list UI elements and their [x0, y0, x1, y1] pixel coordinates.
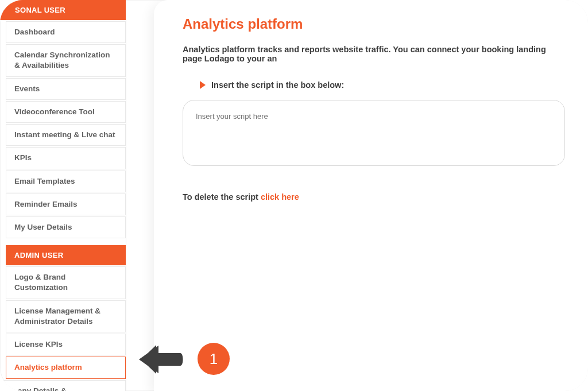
- sidebar-item-my-user-details[interactable]: My User Details: [6, 216, 126, 238]
- sidebar-item-reminder-emails[interactable]: Reminder Emails: [6, 193, 126, 215]
- sidebar-item-license-management[interactable]: License Management & Administrator Detai…: [6, 300, 126, 332]
- sidebar-item-events[interactable]: Events: [6, 78, 126, 100]
- triangle-right-icon: [200, 81, 206, 89]
- delete-prefix: To delete the script: [183, 192, 261, 202]
- sidebar-item-logo-brand[interactable]: Logo & Brand Customization: [6, 266, 126, 299]
- page-description: Analytics platform tracks and reports we…: [183, 45, 559, 63]
- page-title: Analytics platform: [183, 16, 559, 32]
- sidebar-item-analytics-platform[interactable]: Analytics platform: [6, 357, 126, 378]
- sidebar-section-admin: ADMIN USER: [6, 245, 126, 265]
- sidebar-item-license-kpis[interactable]: License KPIs: [6, 334, 126, 355]
- app-frame: SONAL USER Dashboard Calendar Synchroniz…: [0, 0, 588, 391]
- sidebar-item-email-templates[interactable]: Email Templates: [6, 171, 126, 192]
- sidebar-item-videoconference[interactable]: Videoconference Tool: [6, 101, 126, 123]
- instruction-text: Insert the script in the box below:: [211, 80, 344, 90]
- sidebar-item-instant-meeting[interactable]: Instant meeting & Live chat: [6, 124, 126, 146]
- sidebar: SONAL USER Dashboard Calendar Synchroniz…: [6, 0, 126, 391]
- instruction-row: Insert the script in the box below:: [200, 80, 559, 90]
- script-input[interactable]: [183, 100, 565, 166]
- sidebar-item-dashboard[interactable]: Dashboard: [6, 21, 126, 43]
- sidebar-item-calendar-sync[interactable]: Calendar Synchronization & Availabilitie…: [6, 44, 126, 76]
- content-panel: Analytics platform Analytics platform tr…: [154, 0, 588, 391]
- delete-script-link[interactable]: click here: [261, 192, 299, 202]
- delete-script-row: To delete the script click here: [183, 192, 559, 202]
- sidebar-item-company-details[interactable]: any Details &: [0, 380, 126, 392]
- sidebar-section-personal: SONAL USER: [0, 0, 126, 20]
- sidebar-item-kpis[interactable]: KPIs: [6, 147, 126, 169]
